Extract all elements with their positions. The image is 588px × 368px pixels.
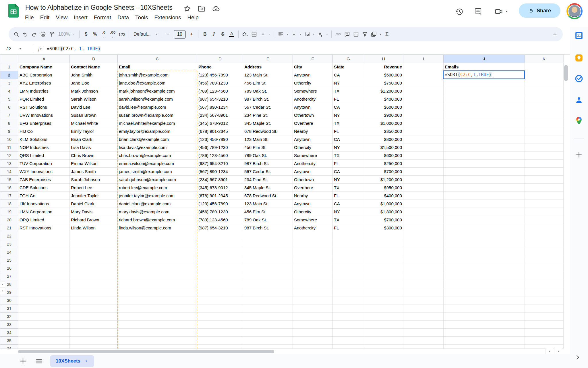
cell-C16[interactable]: robert.lee@example.com [118, 184, 197, 192]
paint-format-icon[interactable] [48, 30, 56, 39]
cell-B30[interactable] [70, 296, 118, 304]
cell-K36[interactable] [525, 345, 564, 349]
cell-K14[interactable] [525, 168, 564, 176]
cell-H19[interactable]: $1,800,000 [364, 208, 403, 216]
cell-E21[interactable]: 987 Birch St. [243, 224, 293, 232]
cell-A24[interactable] [18, 248, 70, 256]
cell-D3[interactable]: (456) 789-1230 [197, 79, 243, 87]
cell-H10[interactable]: $800,000 [364, 135, 403, 143]
column-header-J[interactable]: J [444, 55, 525, 63]
cell-C36[interactable] [118, 345, 197, 349]
comments-icon[interactable] [474, 7, 482, 16]
cell-F29[interactable] [293, 288, 333, 296]
cell-A36[interactable] [18, 345, 70, 349]
increase-font-size-button[interactable]: + [187, 30, 196, 39]
all-sheets-icon[interactable] [34, 356, 44, 366]
cell-E29[interactable] [243, 288, 293, 296]
row-header-24[interactable]: 24 [0, 248, 18, 256]
cell-E33[interactable] [243, 321, 293, 329]
cell-H33[interactable] [364, 321, 403, 329]
cell-J10[interactable] [444, 135, 525, 143]
row-header-7[interactable]: 7 [0, 111, 18, 119]
cell-C26[interactable] [118, 264, 197, 272]
cell-C2[interactable]: john.smith@example.com [118, 71, 197, 79]
cell-A30[interactable] [18, 296, 70, 304]
cell-E31[interactable] [243, 304, 293, 313]
cell-K28[interactable] [525, 280, 564, 288]
name-box-dropdown-icon[interactable] [18, 47, 22, 51]
cell-J1[interactable]: Emails [444, 63, 525, 71]
cell-I19[interactable] [403, 208, 444, 216]
cell-A21[interactable]: RST Innovations [18, 224, 70, 232]
cell-F36[interactable] [293, 345, 333, 349]
font-size-input[interactable]: 10 [174, 30, 186, 39]
cell-C27[interactable] [118, 272, 197, 280]
cell-F14[interactable]: Anytown [293, 168, 333, 176]
cell-I22[interactable] [403, 232, 444, 240]
cell-F15[interactable]: Othertown [293, 176, 333, 184]
cell-C11[interactable]: lisa.davis@example.com [118, 143, 197, 152]
cell-K25[interactable] [525, 256, 564, 264]
cell-F27[interactable] [293, 272, 333, 280]
column-header-E[interactable]: E [243, 55, 293, 63]
cell-C20[interactable]: richard.brown@example.com [118, 216, 197, 224]
cell-E15[interactable]: 234 Pine St. [243, 176, 293, 184]
cell-D16[interactable]: (345) 678-9012 [197, 184, 243, 192]
cell-H21[interactable]: $300,000 [364, 224, 403, 232]
cell-C18[interactable]: daniel.clark@example.com [118, 200, 197, 208]
cell-F13[interactable]: Anothercity [293, 160, 333, 168]
share-button[interactable]: Share [519, 3, 560, 18]
cell-E16[interactable]: 345 Maple St. [243, 184, 293, 192]
cell-B22[interactable] [70, 232, 118, 240]
column-header-C[interactable]: C [118, 55, 197, 63]
cell-F6[interactable]: Anytown [293, 103, 333, 111]
cell-J34[interactable] [444, 329, 525, 337]
cell-I7[interactable] [403, 111, 444, 119]
cell-G16[interactable]: TX [333, 184, 364, 192]
cell-G21[interactable]: FL [333, 224, 364, 232]
cell-J11[interactable] [444, 143, 525, 152]
cell-J21[interactable] [444, 224, 525, 232]
horizontal-align-icon[interactable] [276, 30, 285, 39]
cell-F17[interactable]: Nearby [293, 192, 333, 200]
cell-B28[interactable] [70, 280, 118, 288]
cell-A25[interactable] [18, 256, 70, 264]
cell-D30[interactable] [197, 296, 243, 304]
cell-A22[interactable] [18, 232, 70, 240]
cell-F20[interactable]: Somewhere [293, 216, 333, 224]
cell-I4[interactable] [403, 87, 444, 95]
cell-D5[interactable]: (987) 654-3210 [197, 95, 243, 103]
cell-B20[interactable]: Richard Brown [70, 216, 118, 224]
cell-J9[interactable] [444, 127, 525, 135]
horizontal-align-dropdown-icon[interactable] [285, 32, 289, 36]
cell-H5[interactable]: $400,000 [364, 95, 403, 103]
cell-A33[interactable] [18, 321, 70, 329]
cell-G8[interactable]: TX [333, 119, 364, 127]
cell-F1[interactable]: City [293, 63, 333, 71]
cell-E28[interactable] [243, 280, 293, 288]
scroll-up-icon[interactable] [0, 281, 5, 288]
cell-I13[interactable] [403, 160, 444, 168]
row-header-14[interactable]: 14 [0, 168, 18, 176]
cell-B12[interactable]: Chris Brown [70, 152, 118, 160]
cell-G13[interactable]: FL [333, 160, 364, 168]
cell-K30[interactable] [525, 296, 564, 304]
cell-K4[interactable] [525, 87, 564, 95]
cell-A16[interactable]: CDE Solutions [18, 184, 70, 192]
cell-A29[interactable] [18, 288, 70, 296]
tasks-icon[interactable] [575, 74, 583, 83]
cell-K32[interactable] [525, 313, 564, 321]
cell-J5[interactable] [444, 95, 525, 103]
cell-F12[interactable]: Somewhere [293, 152, 333, 160]
avatar[interactable] [566, 3, 583, 19]
merge-dropdown-icon[interactable] [268, 32, 272, 36]
cell-G7[interactable]: NY [333, 111, 364, 119]
cell-K2[interactable] [525, 71, 564, 79]
cell-B21[interactable]: Linda Wilson [70, 224, 118, 232]
column-header-D[interactable]: D [197, 55, 243, 63]
cell-A17[interactable]: FGH Co [18, 192, 70, 200]
cell-C21[interactable]: linda.wilson@example.com [118, 224, 197, 232]
cell-E23[interactable] [243, 240, 293, 248]
cell-D28[interactable] [197, 280, 243, 288]
text-wrap-icon[interactable] [303, 30, 312, 39]
